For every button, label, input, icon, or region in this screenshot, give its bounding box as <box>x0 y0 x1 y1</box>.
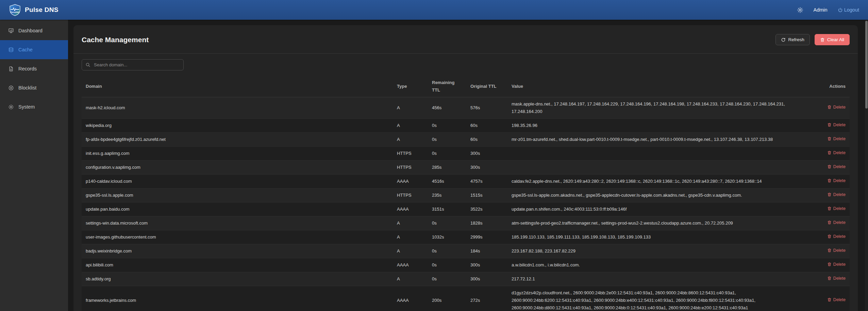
value-cell: 198.35.26.96 <box>507 119 809 133</box>
domain-cell: user-images.githubusercontent.com <box>82 230 393 244</box>
delete-button[interactable]: Delete <box>827 150 846 155</box>
actions-cell: Delete <box>809 258 850 272</box>
value-cell: atm-settingsfe-prod-geo2.trafficmanager.… <box>507 216 809 230</box>
table-header-row: Domain Type Remaining TTL Original TTL V… <box>82 76 850 97</box>
column-header-original-ttl: Original TTL <box>466 76 507 97</box>
search-input[interactable] <box>93 62 180 68</box>
actions-cell: Delete <box>809 230 850 244</box>
delete-button[interactable]: Delete <box>827 248 846 253</box>
actions-cell: Delete <box>809 202 850 216</box>
original-ttl-cell: 300s <box>466 272 507 286</box>
delete-button[interactable]: Delete <box>827 105 846 110</box>
trash-icon <box>827 178 832 183</box>
delete-button[interactable]: Delete <box>827 276 846 281</box>
column-header-domain: Domain <box>82 76 393 97</box>
original-ttl-cell: 300s <box>466 147 507 161</box>
settings-gear-icon[interactable] <box>797 7 803 13</box>
original-ttl-cell: 184s <box>466 244 507 258</box>
brand: PulseDNS Pulse DNS <box>9 4 59 16</box>
remaining-ttl-cell: 1032s <box>428 230 466 244</box>
delete-button[interactable]: Delete <box>827 136 846 141</box>
delete-button[interactable]: Delete <box>827 220 846 225</box>
records-icon <box>8 66 14 72</box>
actions-cell: Delete <box>809 133 850 147</box>
actions-cell: Delete <box>809 97 850 119</box>
search-icon <box>85 62 90 67</box>
scrollbar-thumb[interactable] <box>865 21 868 109</box>
trash-icon <box>827 105 832 109</box>
power-icon <box>838 7 843 13</box>
delete-button[interactable]: Delete <box>827 234 846 239</box>
delete-button[interactable]: Delete <box>827 192 846 197</box>
sidebar-item[interactable]: Cache <box>0 40 68 59</box>
domain-cell: api.bilibili.com <box>82 258 393 272</box>
scrollbar-track[interactable] <box>865 20 868 311</box>
original-ttl-cell: 1515s <box>466 189 507 202</box>
cache-icon <box>8 47 14 53</box>
type-cell: AAAA <box>393 175 428 189</box>
value-cell: mask.apple-dns.net., 17.248.164.197, 17.… <box>507 97 809 119</box>
type-cell: A <box>393 216 428 230</box>
delete-button[interactable]: Delete <box>827 164 846 169</box>
original-ttl-cell: 272s <box>466 286 507 311</box>
delete-button[interactable]: Delete <box>827 122 846 127</box>
value-cell: d1gyz2dzs4t2p.cloudfront.net., 2600:9000… <box>507 286 809 311</box>
original-ttl-cell: 60s <box>466 119 507 133</box>
sidebar-item[interactable]: System <box>0 97 68 116</box>
trash-icon <box>827 248 832 252</box>
actions-cell: Delete <box>809 161 850 175</box>
trash-icon <box>827 164 832 169</box>
sidebar-item[interactable]: Blocklist <box>0 78 68 97</box>
table-row: sb.adtidy.org A 0s 300s 217.72.12.1 Del <box>82 272 850 286</box>
original-ttl-cell: 300s <box>466 258 507 272</box>
value-cell: 223.167.82.188, 223.167.82.229 <box>507 244 809 258</box>
remaining-ttl-cell: 456s <box>428 97 466 119</box>
original-ttl-cell: 576s <box>466 97 507 119</box>
remaining-ttl-cell: 285s <box>428 161 466 175</box>
actions-cell: Delete <box>809 286 850 311</box>
trash-icon <box>827 122 832 127</box>
top-bar: PulseDNS Pulse DNS Admin Logout <box>0 0 868 20</box>
refresh-button[interactable]: Refresh <box>775 34 809 45</box>
value-cell <box>507 161 809 175</box>
domain-cell: fp-afdx-bpdee4gtg6frejfd.z01.azurefd.net <box>82 133 393 147</box>
sidebar-item[interactable]: Records <box>0 59 68 78</box>
remaining-ttl-cell: 4516s <box>428 175 466 189</box>
logout-button[interactable]: Logout <box>838 7 859 13</box>
table-row: update.pan.baidu.com AAAA 3151s 3522s up… <box>82 202 850 216</box>
original-ttl-cell: 2999s <box>466 230 507 244</box>
table-row: user-images.githubusercontent.com A 1032… <box>82 230 850 244</box>
clear-all-button[interactable]: Clear All <box>815 34 850 45</box>
actions-cell: Delete <box>809 147 850 161</box>
table-row: fp-afdx-bpdee4gtg6frejfd.z01.azurefd.net… <box>82 133 850 147</box>
delete-button[interactable]: Delete <box>827 297 846 302</box>
value-cell: 185.199.110.133, 185.199.111.133, 185.19… <box>507 230 809 244</box>
type-cell: A <box>393 119 428 133</box>
actions-cell: Delete <box>809 244 850 258</box>
value-cell: gspe35-ssl.ls-apple.com.akadns.net., gsp… <box>507 189 809 202</box>
domain-cell: init.ess.g.aaplimg.com <box>82 147 393 161</box>
delete-button[interactable]: Delete <box>827 178 846 183</box>
sidebar-item[interactable]: Dashboard <box>0 21 68 40</box>
value-cell <box>507 147 809 161</box>
value-cell: update.pan.n.shifen.com., 240c:4003:111:… <box>507 202 809 216</box>
domain-cell: badjs.weixinbridge.com <box>82 244 393 258</box>
cache-management-panel: Cache Management Refresh Clear All <box>73 25 858 311</box>
table-row: settings-win.data.microsoft.com A 0s 182… <box>82 216 850 230</box>
table-row: frameworks.jetbrains.com AAAA 200s 272s … <box>82 286 850 311</box>
domain-cell: mask-h2.icloud.com <box>82 97 393 119</box>
refresh-icon <box>781 37 786 42</box>
domain-cell: sb.adtidy.org <box>82 272 393 286</box>
remaining-ttl-cell: 0s <box>428 216 466 230</box>
remaining-ttl-cell: 235s <box>428 189 466 202</box>
actions-cell: Delete <box>809 189 850 202</box>
delete-button[interactable]: Delete <box>827 206 846 211</box>
search-box <box>82 59 184 70</box>
table-row: init.ess.g.aaplimg.com HTTPS 0s 300s D <box>82 147 850 161</box>
delete-button[interactable]: Delete <box>827 262 846 267</box>
dashboard-icon <box>8 28 14 34</box>
trash-icon <box>827 136 832 141</box>
value-cell: 217.72.12.1 <box>507 272 809 286</box>
type-cell: A <box>393 97 428 119</box>
trash-icon <box>827 234 832 239</box>
